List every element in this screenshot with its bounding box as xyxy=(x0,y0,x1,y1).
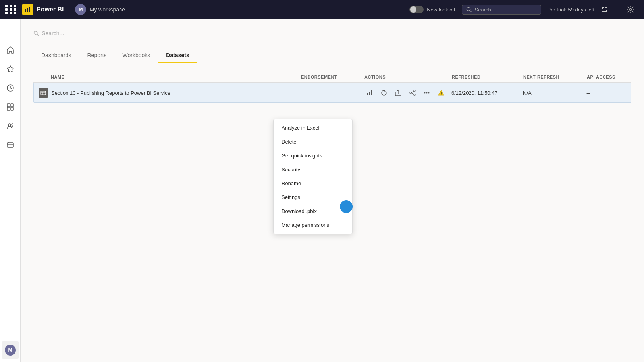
svg-point-29 xyxy=(414,94,415,96)
refresh-button[interactable] xyxy=(378,87,389,98)
sidebar-item-favorites[interactable] xyxy=(2,60,19,78)
col-icon xyxy=(38,75,51,79)
search-input[interactable] xyxy=(475,7,534,13)
workspace-label: My workspace xyxy=(89,6,125,13)
svg-rect-0 xyxy=(25,9,26,12)
svg-point-35 xyxy=(428,92,430,94)
datasets-table: NAME ↑ ENDORSEMENT ACTIONS REFRESHED NEX… xyxy=(33,71,631,103)
row-actions-cell xyxy=(364,87,451,98)
sidebar-item-menu[interactable] xyxy=(2,22,19,40)
svg-rect-11 xyxy=(7,104,10,107)
search-box[interactable] xyxy=(462,5,541,15)
svg-point-15 xyxy=(8,124,11,126)
topbar-divider xyxy=(70,4,70,15)
content-search-input[interactable] xyxy=(42,30,184,36)
menu-item-rename[interactable]: Rename xyxy=(274,176,352,190)
menu-item-permissions[interactable]: Manage permissions xyxy=(274,218,352,232)
menu-item-security[interactable]: Security xyxy=(274,163,352,176)
svg-rect-21 xyxy=(41,91,46,95)
sidebar-item-recent[interactable] xyxy=(2,79,19,97)
dataset-icon xyxy=(39,88,48,98)
context-menu: Analyze in Excel Delete Get quick insigh… xyxy=(273,119,353,234)
svg-line-5 xyxy=(470,11,471,12)
menu-item-settings[interactable]: Settings xyxy=(274,190,352,204)
toggle-switch[interactable] xyxy=(409,6,424,13)
powerbi-icon xyxy=(22,4,33,15)
app-name: Power BI xyxy=(37,6,64,13)
col-api-access: API ACCESS xyxy=(587,75,627,79)
row-api-access-cell: -- xyxy=(586,90,626,96)
sort-asc-icon: ↑ xyxy=(66,75,68,79)
expand-icon[interactable] xyxy=(601,6,609,13)
svg-point-37 xyxy=(441,94,441,94)
col-refreshed: REFRESHED xyxy=(452,75,523,79)
svg-rect-17 xyxy=(7,143,13,147)
topbar-right: New look off Pro trial: 59 days left xyxy=(409,1,639,18)
avatar: M xyxy=(75,4,86,15)
svg-rect-26 xyxy=(371,90,372,95)
tabs: Dashboards Reports Workbooks Datasets xyxy=(33,48,631,63)
workspace-selector[interactable]: M My workspace xyxy=(75,4,125,15)
table-row[interactable]: Section 10 - Publishing Reports to Power… xyxy=(33,83,631,103)
menu-item-delete[interactable]: Delete xyxy=(274,135,352,149)
svg-rect-14 xyxy=(11,107,13,110)
svg-line-20 xyxy=(37,34,38,35)
new-look-toggle[interactable]: New look off xyxy=(409,6,455,13)
col-endorsement: ENDORSEMENT xyxy=(301,75,364,79)
topbar-right-divider xyxy=(615,4,615,15)
powerbi-logo: Power BI xyxy=(22,4,64,15)
sidebar-bottom: M xyxy=(2,341,19,359)
menu-item-insights[interactable]: Get quick insights xyxy=(274,149,352,163)
svg-rect-7 xyxy=(7,29,13,29)
svg-rect-24 xyxy=(367,93,368,95)
view-report-button[interactable] xyxy=(364,87,375,98)
svg-point-16 xyxy=(12,124,13,125)
svg-rect-25 xyxy=(369,92,370,95)
svg-point-33 xyxy=(424,92,426,94)
svg-point-34 xyxy=(426,92,428,94)
svg-rect-3 xyxy=(31,6,31,12)
svg-rect-12 xyxy=(11,104,13,107)
sidebar-item-workspaces[interactable] xyxy=(2,136,19,154)
apps-launcher-button[interactable] xyxy=(5,3,17,16)
col-next-refresh: NEXT REFRESH xyxy=(523,75,587,79)
row-refreshed-cell: 6/12/2020, 11:50:47 xyxy=(451,90,523,96)
settings-icon[interactable] xyxy=(622,1,639,18)
share-button[interactable] xyxy=(393,87,404,98)
svg-point-30 xyxy=(410,92,411,94)
content-search-icon xyxy=(33,31,39,36)
warning-icon xyxy=(436,87,447,98)
sidebar-avatar: M xyxy=(5,345,16,356)
svg-rect-8 xyxy=(7,31,13,31)
connections-button[interactable] xyxy=(407,87,418,98)
sidebar-item-apps[interactable] xyxy=(2,98,19,116)
new-look-label: New look off xyxy=(427,7,455,13)
more-options-button[interactable] xyxy=(421,87,432,98)
tab-datasets[interactable]: Datasets xyxy=(158,48,197,63)
table-header: NAME ↑ ENDORSEMENT ACTIONS REFRESHED NEX… xyxy=(33,71,631,83)
tab-reports[interactable]: Reports xyxy=(79,48,115,63)
tab-workbooks[interactable]: Workbooks xyxy=(115,48,158,63)
svg-rect-13 xyxy=(7,107,10,110)
col-name[interactable]: NAME ↑ xyxy=(51,75,301,79)
sidebar-item-shared[interactable] xyxy=(2,117,19,135)
sidebar: M xyxy=(0,19,21,362)
row-next-refresh-cell: N/A xyxy=(523,90,586,96)
search-icon xyxy=(466,7,472,12)
svg-rect-2 xyxy=(29,7,30,12)
row-actions xyxy=(364,87,447,98)
content-search[interactable] xyxy=(33,29,184,38)
sidebar-item-home[interactable] xyxy=(2,41,19,59)
svg-rect-1 xyxy=(27,8,28,12)
menu-item-analyze[interactable]: Analyze in Excel xyxy=(274,121,352,135)
svg-line-31 xyxy=(411,91,414,93)
topbar: Power BI M My workspace New look off Pro… xyxy=(0,0,644,19)
svg-rect-9 xyxy=(7,33,13,33)
sidebar-item-account[interactable]: M xyxy=(2,341,19,359)
row-icon-cell xyxy=(39,88,51,98)
row-name-cell: Section 10 - Publishing Reports to Power… xyxy=(51,90,301,96)
tab-dashboards[interactable]: Dashboards xyxy=(33,48,79,63)
svg-point-28 xyxy=(414,90,415,92)
menu-item-download[interactable]: Download .pbix xyxy=(274,204,352,218)
trial-label: Pro trial: 59 days left xyxy=(548,7,595,13)
